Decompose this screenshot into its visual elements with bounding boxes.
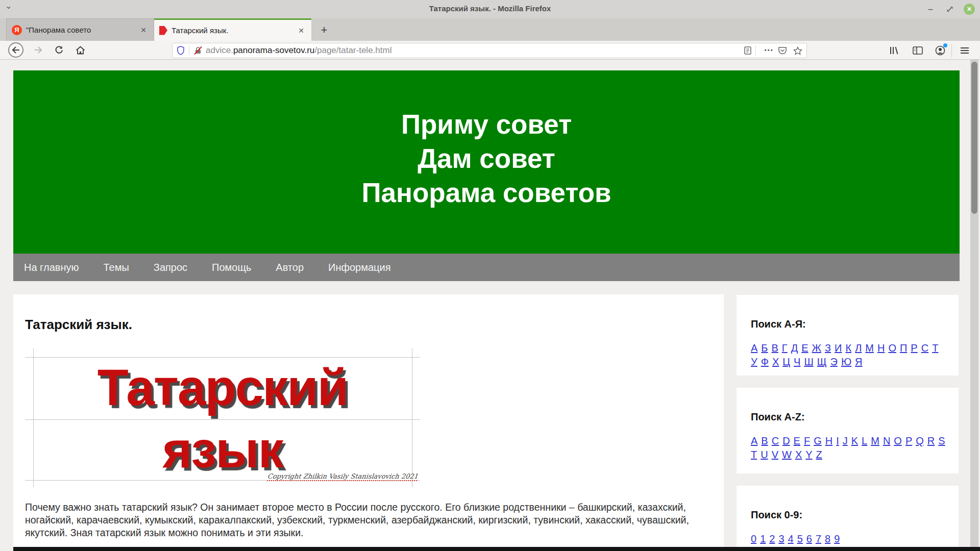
letter-link[interactable]: Q [916, 435, 924, 447]
letter-link[interactable]: A [751, 435, 757, 447]
digit-link[interactable]: 4 [788, 533, 794, 545]
letter-link[interactable]: К [845, 342, 851, 354]
letter-link[interactable]: S [938, 435, 945, 447]
letter-link[interactable]: O [894, 435, 902, 447]
bookmark-star-icon[interactable] [793, 46, 802, 55]
menu-link[interactable]: Запрос [154, 262, 187, 273]
digit-link[interactable]: 0 [751, 533, 756, 545]
letter-link[interactable]: Щ [817, 356, 827, 368]
tab-close-icon[interactable]: ✕ [138, 26, 149, 34]
menu-link[interactable]: На главную [24, 262, 79, 273]
tab-tatar-language-active[interactable]: Татарский язык. ✕ [154, 18, 311, 41]
tab-panorama-sovetov[interactable]: Я "Панорама совето ✕ [6, 18, 154, 41]
restore-button[interactable] [944, 4, 955, 15]
digit-link[interactable]: 8 [825, 533, 830, 545]
letter-link[interactable]: Д [791, 342, 798, 354]
letter-link[interactable]: П [900, 342, 907, 354]
letter-link[interactable]: А [751, 342, 757, 354]
tracking-protection-shield-icon[interactable] [177, 46, 185, 55]
digit-link[interactable]: 1 [760, 533, 766, 545]
letter-link[interactable]: N [883, 435, 890, 447]
home-button[interactable] [72, 42, 88, 58]
letter-link[interactable]: Y [805, 449, 812, 461]
letter-link[interactable]: U [761, 449, 768, 461]
letter-link[interactable]: Ш [804, 356, 813, 368]
letter-link[interactable]: V [772, 449, 778, 461]
digit-link[interactable]: 9 [834, 533, 840, 545]
letter-link[interactable]: W [782, 449, 792, 461]
back-button[interactable] [8, 42, 23, 58]
letter-link[interactable]: R [927, 435, 935, 447]
letter-link[interactable]: О [888, 342, 896, 354]
digit-link[interactable]: 6 [806, 533, 812, 545]
letter-link[interactable]: Р [911, 342, 917, 354]
letter-link[interactable]: G [814, 435, 822, 447]
letter-link[interactable]: H [825, 435, 832, 447]
digit-link[interactable]: 7 [816, 533, 821, 545]
letter-link[interactable]: M [871, 435, 879, 447]
reader-mode-icon[interactable] [744, 46, 751, 55]
letter-link[interactable]: Т [932, 342, 938, 354]
letter-link[interactable]: Я [855, 356, 862, 368]
menu-link[interactable]: Автор [276, 262, 304, 273]
sidebars-toggle-icon[interactable] [910, 43, 926, 58]
letter-link[interactable]: Ж [812, 342, 821, 354]
letter-link[interactable]: У [751, 356, 757, 368]
reload-button[interactable] [51, 42, 66, 58]
letter-link[interactable]: D [782, 435, 790, 447]
banner-line-3: Панорама советов [13, 176, 960, 210]
letter-link[interactable]: Ф [761, 356, 769, 368]
letter-link[interactable]: Э [830, 356, 838, 368]
insecure-lock-icon[interactable] [193, 46, 203, 55]
letter-link[interactable]: Ц [782, 356, 790, 368]
letter-link[interactable]: Н [877, 342, 885, 354]
url-text[interactable]: advice.panorama-sovetov.ru/page/tatar-te… [206, 45, 744, 56]
letter-link[interactable]: И [835, 342, 842, 354]
letter-link[interactable]: T [751, 449, 757, 461]
letter-link[interactable]: J [843, 435, 848, 447]
account-icon[interactable] [932, 43, 948, 58]
digit-link[interactable]: 3 [778, 533, 784, 545]
url-bar[interactable]: advice.panorama-sovetov.ru/page/tatar-te… [172, 43, 807, 58]
tab-close-icon[interactable]: ✕ [296, 27, 306, 35]
letter-link[interactable]: P [905, 435, 912, 447]
scrollbar-thumb[interactable] [971, 62, 977, 214]
page-scrollbar[interactable] [970, 60, 978, 551]
library-icon[interactable] [886, 43, 902, 58]
sidebar-section-title: Поиск A-Z: [751, 411, 959, 423]
letter-link[interactable]: Z [816, 449, 822, 461]
image-title-line-2: язык [25, 424, 420, 475]
page-actions-icon[interactable]: ••• [764, 47, 774, 54]
letter-link[interactable]: Е [801, 342, 808, 354]
letter-link[interactable]: Б [761, 342, 768, 354]
letter-link[interactable]: Х [772, 356, 779, 368]
letter-link[interactable]: X [795, 449, 802, 461]
menu-link[interactable]: Помощь [212, 262, 251, 273]
letter-link[interactable]: K [851, 435, 858, 447]
letter-link[interactable]: E [794, 435, 800, 447]
menu-link[interactable]: Темы [103, 262, 129, 273]
new-tab-button[interactable]: + [316, 22, 332, 38]
digit-link[interactable]: 2 [769, 533, 775, 545]
alphabet-links-cyrillic: АБВГДЕЖЗИКЛМНОПРСТУФХЦЧШЩЭЮЯ [751, 342, 946, 368]
menu-hamburger-icon[interactable] [957, 43, 973, 58]
pocket-icon[interactable] [778, 46, 787, 55]
forward-button[interactable] [31, 42, 46, 58]
letter-link[interactable]: L [862, 435, 867, 447]
letter-link[interactable]: I [836, 435, 839, 447]
digit-link[interactable]: 5 [797, 533, 803, 545]
letter-link[interactable]: М [865, 342, 874, 354]
letter-link[interactable]: Ч [794, 356, 800, 368]
letter-link[interactable]: Г [782, 342, 788, 354]
letter-link[interactable]: B [761, 435, 768, 447]
minimize-button[interactable]: – [925, 4, 936, 15]
letter-link[interactable]: Ю [841, 356, 851, 368]
letter-link[interactable]: F [804, 435, 810, 447]
letter-link[interactable]: C [772, 435, 779, 447]
letter-link[interactable]: В [771, 342, 778, 354]
letter-link[interactable]: З [825, 342, 831, 354]
letter-link[interactable]: Л [855, 342, 862, 354]
letter-link[interactable]: С [921, 342, 928, 354]
menu-link[interactable]: Информация [328, 262, 390, 273]
close-button[interactable]: ✕ [964, 4, 975, 15]
